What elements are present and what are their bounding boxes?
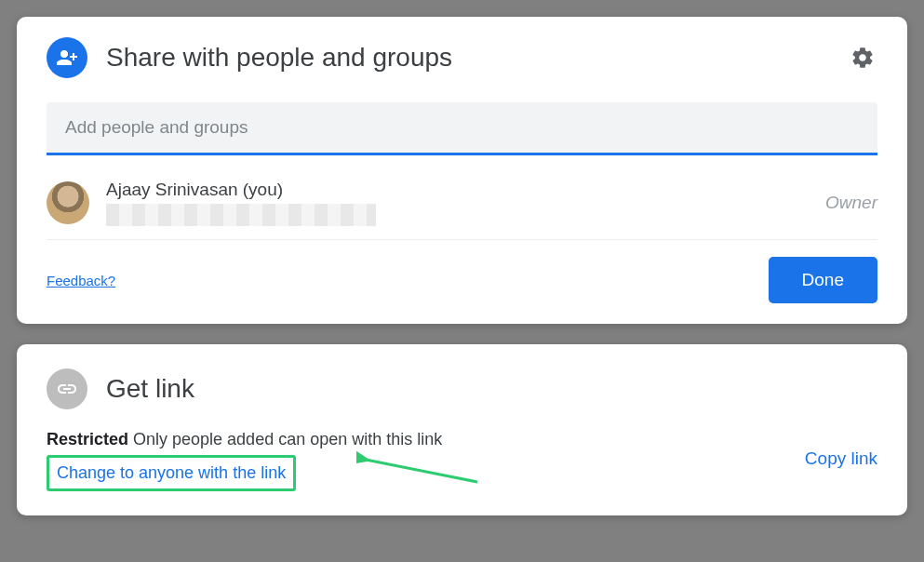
avatar: [47, 181, 89, 224]
settings-button[interactable]: [848, 43, 877, 73]
change-link-highlight: Change to anyone with the link: [47, 455, 296, 491]
gear-icon: [850, 46, 875, 70]
link-icon: [47, 368, 87, 409]
person-name: Ajaay Srinivasan (you): [106, 180, 825, 200]
done-button[interactable]: Done: [769, 257, 877, 303]
restricted-desc: Only people added can open with this lin…: [128, 430, 442, 448]
add-people-input-container[interactable]: [47, 102, 877, 155]
share-header: Share with people and groups: [47, 37, 877, 78]
person-add-icon: [47, 37, 87, 78]
copy-link-button[interactable]: Copy link: [805, 448, 877, 469]
share-title: Share with people and groups: [106, 43, 452, 73]
get-link-header: Get link: [47, 368, 877, 409]
share-dialog: Share with people and groups Ajaay Srini…: [17, 17, 907, 324]
person-role: Owner: [825, 193, 877, 213]
add-people-input[interactable]: [65, 117, 859, 138]
person-info: Ajaay Srinivasan (you): [106, 180, 825, 226]
restricted-label: Restricted: [47, 430, 128, 448]
person-email-redacted: [106, 204, 376, 226]
change-link[interactable]: Change to anyone with the link: [57, 463, 286, 482]
get-link-title: Get link: [106, 374, 194, 404]
share-footer: Feedback? Done: [47, 240, 877, 303]
feedback-link[interactable]: Feedback?: [47, 273, 115, 288]
get-link-card: Get link Restricted Only people added ca…: [17, 344, 907, 515]
link-description: Restricted Only people added can open wi…: [47, 426, 877, 491]
link-text-block: Restricted Only people added can open wi…: [47, 426, 442, 491]
person-row: Ajaay Srinivasan (you) Owner: [47, 155, 877, 240]
